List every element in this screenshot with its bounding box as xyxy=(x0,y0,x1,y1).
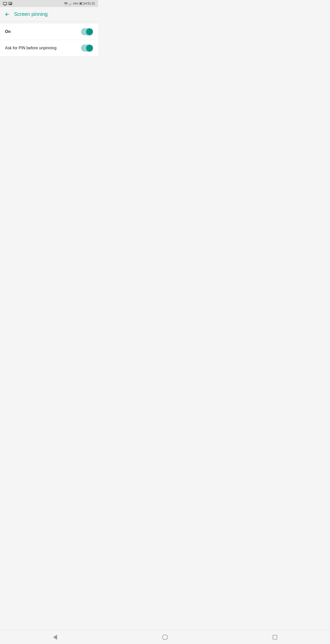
settings-content: On Ask for PIN before unpinning xyxy=(0,24,98,56)
image-icon xyxy=(9,2,12,5)
toggle-track-on xyxy=(81,28,93,35)
page-wrapper: 43% 4:51:31 Screen pinning On xyxy=(0,0,98,644)
setting-row-on[interactable]: On xyxy=(0,24,98,40)
status-time: 4:51:31 xyxy=(85,2,95,5)
wifi-icon xyxy=(64,2,68,5)
back-button[interactable] xyxy=(4,11,10,17)
back-arrow-icon xyxy=(4,12,10,17)
nav-back-button[interactable] xyxy=(50,632,61,643)
status-bar-right: 43% 4:51:31 xyxy=(64,2,95,5)
status-bar-left xyxy=(3,2,12,5)
svg-rect-1 xyxy=(70,4,71,5)
nav-bar xyxy=(0,630,98,644)
setting-row-ask-pin[interactable]: Ask for PIN before unpinning xyxy=(0,40,98,56)
setting-label-on: On xyxy=(5,29,11,34)
toggle-track-ask-pin xyxy=(81,45,93,52)
nav-back-icon xyxy=(53,635,57,640)
battery-fill xyxy=(80,3,82,4)
battery-percent: 43% xyxy=(73,2,78,5)
app-bar: Screen pinning xyxy=(0,7,98,22)
content-spacer xyxy=(0,56,98,644)
svg-rect-0 xyxy=(69,4,70,5)
toggle-thumb-ask-pin xyxy=(86,45,93,51)
page-title: Screen pinning xyxy=(14,11,48,17)
toggle-on[interactable] xyxy=(81,28,93,35)
status-bar: 43% 4:51:31 xyxy=(0,0,98,7)
toggle-thumb-on xyxy=(86,28,93,35)
svg-rect-2 xyxy=(71,3,72,5)
monitor-icon xyxy=(3,2,7,5)
toggle-ask-pin[interactable] xyxy=(81,45,93,52)
battery-icon xyxy=(79,2,84,5)
setting-label-ask-pin: Ask for PIN before unpinning xyxy=(5,46,57,50)
signal-icon xyxy=(69,2,72,5)
